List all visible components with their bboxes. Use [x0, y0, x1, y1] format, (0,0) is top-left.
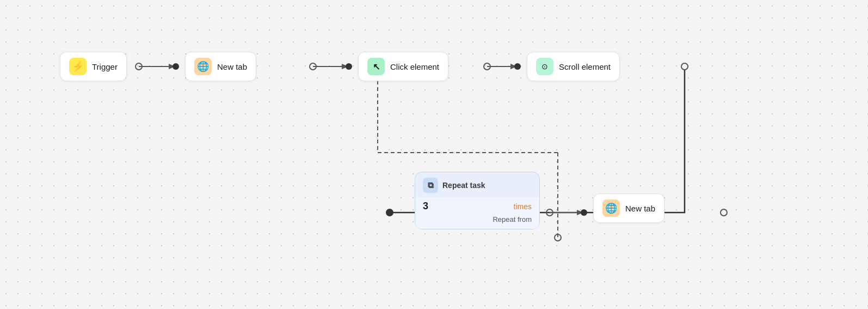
svg-point-10: [484, 63, 490, 70]
repeat-from-row: Repeat from: [423, 215, 532, 223]
svg-point-6: [310, 63, 316, 70]
connectors-svg: [0, 0, 868, 309]
repeat-times-value[interactable]: 3: [423, 201, 428, 212]
svg-point-2: [136, 63, 142, 70]
svg-marker-9: [510, 64, 517, 69]
scrollelement-node[interactable]: ⊙ Scroll element: [527, 52, 620, 81]
newtab2-node[interactable]: 🌐 New tab: [593, 193, 664, 223]
repeat-header: ⧉ Repeat task: [415, 172, 539, 197]
newtab2-label: New tab: [625, 204, 655, 213]
svg-point-3: [173, 63, 179, 70]
svg-point-20: [581, 209, 587, 216]
svg-marker-1: [169, 64, 175, 69]
svg-point-7: [346, 63, 352, 70]
svg-point-12: [681, 63, 688, 70]
newtab2-icon: 🌐: [602, 199, 620, 217]
repeat-icon: ⧉: [423, 178, 438, 193]
repeat-from-label: Repeat from: [493, 215, 532, 223]
svg-marker-18: [577, 210, 583, 215]
svg-point-21: [721, 209, 727, 216]
newtab1-node[interactable]: 🌐 New tab: [185, 52, 256, 81]
svg-point-19: [546, 209, 553, 216]
svg-marker-5: [342, 64, 348, 69]
scrollelement-label: Scroll element: [559, 62, 611, 71]
trigger-node[interactable]: ⚡ Trigger: [60, 52, 127, 81]
repeat-body: 3 times Repeat from: [415, 197, 539, 229]
repeat-label: Repeat task: [442, 181, 485, 190]
svg-point-11: [514, 63, 521, 70]
trigger-icon: ⚡: [69, 58, 87, 75]
svg-point-13: [386, 209, 393, 216]
clickelement-node[interactable]: ↖ Click element: [358, 52, 448, 81]
clickelement-label: Click element: [390, 62, 439, 71]
trigger-label: Trigger: [92, 62, 118, 71]
svg-point-23: [555, 234, 561, 241]
newtab1-label: New tab: [217, 62, 247, 71]
clickelement-icon: ↖: [367, 58, 385, 75]
repeat-times-label: times: [514, 202, 532, 211]
repeat-times-row: 3 times: [423, 201, 532, 212]
workflow-canvas: ⚡ Trigger 🌐 New tab ↖ Click element ⊙ Sc…: [0, 0, 868, 309]
newtab1-icon: 🌐: [194, 58, 212, 75]
repeat-node[interactable]: ⧉ Repeat task 3 times Repeat from: [415, 172, 540, 229]
scrollelement-icon: ⊙: [536, 58, 553, 75]
